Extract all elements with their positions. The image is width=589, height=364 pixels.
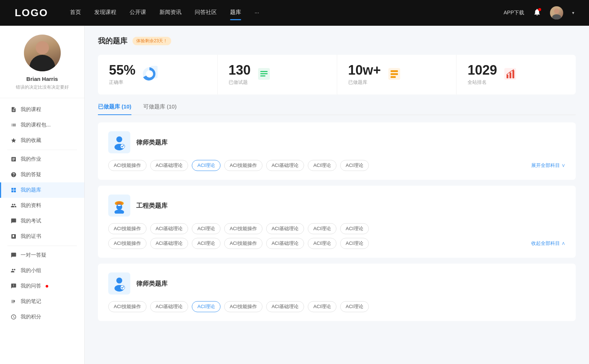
stat-text-questions: 130 已做试题 (229, 64, 251, 86)
nav-news[interactable]: 新闻资讯 (159, 9, 181, 17)
svg-rect-6 (260, 73, 268, 74)
nav-qa[interactable]: 问答社区 (195, 9, 217, 17)
doc-icon (10, 156, 17, 163)
sidebar-item-one-on-one[interactable]: 一对一答疑 (0, 247, 84, 263)
notification-bell[interactable] (533, 8, 541, 18)
tag-3-2[interactable]: ACI理论 (192, 301, 221, 312)
user-menu-chevron[interactable]: ▾ (572, 10, 574, 15)
sidebar-item-my-courses[interactable]: 我的课程 (0, 102, 84, 117)
bar-icon (10, 122, 17, 128)
bank-header-3: 律师类题库 (108, 272, 565, 295)
group-icon (10, 267, 17, 274)
grid-icon (10, 187, 17, 193)
sidebar-item-notes[interactable]: 我的笔记 (0, 294, 84, 309)
tag-2-5[interactable]: ACI理论 (308, 223, 336, 234)
tag-2-1[interactable]: ACI基础理论 (150, 223, 188, 234)
navbar-right: APP下载 ▾ (504, 6, 574, 19)
logo[interactable]: LOGO (15, 7, 48, 19)
user-avatar-nav[interactable] (550, 6, 563, 19)
tag-2-3[interactable]: ACI技能操作 (224, 223, 262, 234)
lawyer-svg (111, 134, 127, 150)
tag-2-0[interactable]: ACI技能操作 (108, 223, 147, 234)
svg-rect-15 (512, 70, 514, 78)
sidebar-item-my-qa[interactable]: 我的问答 (0, 278, 84, 294)
sidebar-item-profile[interactable]: 我的资料 (0, 198, 84, 213)
sidebar-item-question-bank[interactable]: 我的题库 (0, 182, 84, 198)
sidebar-item-points[interactable]: 我的积分 (0, 309, 84, 325)
tag-2-r2-2[interactable]: ACI理论 (192, 238, 221, 249)
stat-value-accuracy: 55% (109, 64, 135, 77)
sidebar-item-exam[interactable]: 我的考试 (0, 213, 84, 229)
tag-2-r2-5[interactable]: ACI理论 (308, 238, 336, 249)
tag-1-5[interactable]: ACI理论 (308, 160, 336, 171)
tag-1-4[interactable]: ACI基础理论 (266, 160, 304, 171)
collapse-link[interactable]: 收起全部科目 ∧ (531, 240, 565, 247)
tag-3-5[interactable]: ACI理论 (308, 301, 336, 312)
tag-3-4[interactable]: ACI基础理论 (266, 301, 304, 312)
svg-rect-10 (391, 73, 398, 75)
user-profile: Brian Harris 错误的决定比没有决定要好 (0, 35, 84, 98)
cert-icon (10, 233, 17, 240)
main-content: 我的题库 体验剩余23天！ 55% 正确率 (85, 26, 589, 364)
sidebar-item-answers[interactable]: 我的答疑 (0, 167, 84, 182)
tag-3-0[interactable]: ACI技能操作 (108, 301, 147, 312)
svg-point-1 (552, 14, 561, 19)
tag-2-r2-0[interactable]: ACI技能操作 (108, 238, 147, 249)
stat-text-accuracy: 55% 正确率 (109, 64, 135, 86)
qa-icon (10, 283, 17, 289)
sidebar-item-certificate[interactable]: 我的证书 (0, 229, 84, 244)
tag-1-3[interactable]: ACI技能操作 (224, 160, 262, 171)
tab-todo[interactable]: 可做题库 (10) (143, 103, 177, 115)
notification-dot (538, 8, 541, 11)
trial-badge: 体验剩余23天！ (133, 37, 171, 45)
sidebar-item-homework[interactable]: 我的作业 (0, 151, 84, 167)
tag-2-r2-6[interactable]: ACI理论 (340, 238, 369, 249)
svg-rect-7 (260, 75, 265, 76)
tag-1-1[interactable]: ACI基础理论 (150, 160, 188, 171)
sidebar-item-groups[interactable]: 我的小组 (0, 263, 84, 278)
sidebar-item-favorites[interactable]: 我的收藏 (0, 133, 84, 148)
user-motto: 错误的决定比没有决定要好 (16, 84, 69, 90)
expand-link-1[interactable]: 展开全部科目 ∨ (531, 162, 565, 169)
tag-2-r2-1[interactable]: ACI基础理论 (150, 238, 188, 249)
tag-1-0[interactable]: ACI技能操作 (108, 160, 147, 171)
bank-tags-row1: ACI技能操作 ACI基础理论 ACI理论 ACI技能操作 ACI基础理论 AC… (108, 223, 565, 234)
svg-rect-23 (118, 205, 121, 206)
tab-done[interactable]: 已做题库 (10) (98, 103, 131, 115)
tag-2-r2-3[interactable]: ACI技能操作 (224, 238, 262, 249)
tag-2-r2-4[interactable]: ACI基础理论 (266, 238, 304, 249)
svg-point-24 (116, 278, 122, 283)
sidebar-menu: 我的课程 我的课程包... 我的收藏 我的作业 (0, 98, 84, 328)
stats-row: 55% 正确率 130 (98, 55, 576, 94)
file-icon (10, 106, 17, 113)
stat-value-banks: 10w+ (348, 64, 381, 77)
bank-header-2: 工程类题库 (108, 195, 565, 217)
tag-1-2[interactable]: ACI理论 (192, 160, 221, 171)
engineer-svg (111, 197, 127, 214)
tag-3-1[interactable]: ACI基础理论 (150, 301, 188, 312)
nav-open-course[interactable]: 公开课 (130, 9, 146, 17)
question-icon (10, 171, 17, 178)
tag-2-2[interactable]: ACI理论 (192, 223, 221, 234)
bank-title-lawyer-1: 律师类题库 (136, 138, 167, 147)
tag-2-4[interactable]: ACI基础理论 (266, 223, 304, 234)
page-header: 我的题库 体验剩余23天！ (98, 36, 576, 46)
page-title: 我的题库 (98, 36, 127, 46)
svg-rect-11 (391, 76, 396, 78)
tag-3-3[interactable]: ACI技能操作 (224, 301, 262, 312)
avatar-silhouette (550, 6, 563, 19)
nav-discover[interactable]: 发现课程 (94, 9, 116, 17)
tag-1-6[interactable]: ACI理论 (340, 160, 369, 171)
navbar: LOGO 首页 发现课程 公开课 新闻资讯 问答社区 题库 ··· APP下载 … (0, 0, 589, 26)
file2-icon (10, 218, 17, 224)
qa-dot (46, 285, 48, 288)
tag-2-6[interactable]: ACI理论 (340, 223, 369, 234)
app-download-link[interactable]: APP下载 (504, 10, 524, 16)
nav-question-bank[interactable]: 题库 (230, 9, 241, 17)
sidebar-item-course-package[interactable]: 我的课程包... (0, 117, 84, 133)
bank-header-1: 律师类题库 (108, 131, 565, 153)
nav-home[interactable]: 首页 (70, 9, 81, 17)
accuracy-icon (141, 66, 158, 83)
nav-more[interactable]: ··· (254, 9, 259, 17)
tag-3-6[interactable]: ACI理论 (340, 301, 369, 312)
